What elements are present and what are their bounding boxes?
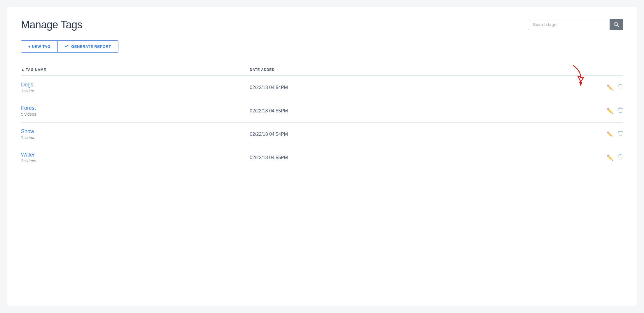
action-buttons: + NEW TAG GENERATE REPORT bbox=[21, 40, 623, 53]
tag-name-cell: Dogs 1 video bbox=[21, 82, 250, 93]
actions-cell: ✏️ bbox=[588, 107, 623, 114]
edit-icon[interactable]: ✏️ bbox=[607, 131, 613, 138]
delete-icon[interactable] bbox=[618, 107, 623, 114]
table-row: Water 2 videos 02/22/18 04:55PM ✏️ bbox=[21, 146, 623, 169]
date-cell: 02/22/18 04:54PM bbox=[250, 132, 588, 137]
tag-video-count: 1 video bbox=[21, 135, 250, 140]
date-cell: 02/22/18 04:55PM bbox=[250, 108, 588, 114]
date-cell: 02/22/18 04:54PM bbox=[250, 85, 588, 90]
chart-icon bbox=[65, 44, 69, 49]
search-container bbox=[528, 19, 623, 30]
tag-video-count: 2 videos bbox=[21, 159, 250, 163]
generate-report-label: GENERATE REPORT bbox=[71, 44, 111, 49]
actions-cell: ✏️ bbox=[588, 131, 623, 138]
actions-cell: ✏️ bbox=[588, 154, 623, 161]
delete-icon[interactable] bbox=[618, 131, 623, 138]
edit-icon[interactable]: ✏️ bbox=[607, 154, 613, 161]
tag-name-link[interactable]: Water bbox=[21, 152, 250, 158]
tags-table: ▲ TAG NAME DATE ADDED Dogs 1 video 02/22… bbox=[21, 64, 623, 169]
search-button[interactable] bbox=[610, 19, 623, 30]
tag-name-link[interactable]: Forest bbox=[21, 105, 250, 111]
generate-report-button[interactable]: GENERATE REPORT bbox=[57, 40, 118, 53]
table-row: Forest 5 videos 02/22/18 04:55PM ✏️ bbox=[21, 99, 623, 123]
tag-video-count: 5 videos bbox=[21, 112, 250, 116]
search-input[interactable] bbox=[528, 19, 610, 30]
table-row: Dogs 1 video 02/22/18 04:54PM ✏️ bbox=[21, 76, 623, 99]
delete-icon[interactable] bbox=[618, 154, 623, 161]
col-header-date-added: DATE ADDED bbox=[250, 68, 588, 72]
search-icon bbox=[614, 22, 619, 27]
table-header: ▲ TAG NAME DATE ADDED bbox=[21, 64, 623, 76]
actions-cell: ✏️ bbox=[588, 84, 623, 91]
col-header-tag-name[interactable]: ▲ TAG NAME bbox=[21, 68, 250, 72]
tag-name-cell: Snow 1 video bbox=[21, 128, 250, 140]
edit-icon[interactable]: ✏️ bbox=[607, 108, 613, 114]
new-tag-button[interactable]: + NEW TAG bbox=[21, 40, 57, 53]
tag-video-count: 1 video bbox=[21, 88, 250, 93]
tag-name-link[interactable]: Dogs bbox=[21, 82, 250, 88]
tag-name-link[interactable]: Snow bbox=[21, 128, 250, 135]
table-row: Snow 1 video 02/22/18 04:54PM ✏️ bbox=[21, 123, 623, 146]
page-title: Manage Tags bbox=[21, 19, 82, 31]
date-cell: 02/22/18 04:55PM bbox=[250, 155, 588, 160]
edit-icon[interactable]: ✏️ bbox=[607, 84, 613, 91]
tag-name-cell: Water 2 videos bbox=[21, 152, 250, 163]
delete-icon[interactable] bbox=[618, 84, 623, 91]
tag-name-cell: Forest 5 videos bbox=[21, 105, 250, 116]
